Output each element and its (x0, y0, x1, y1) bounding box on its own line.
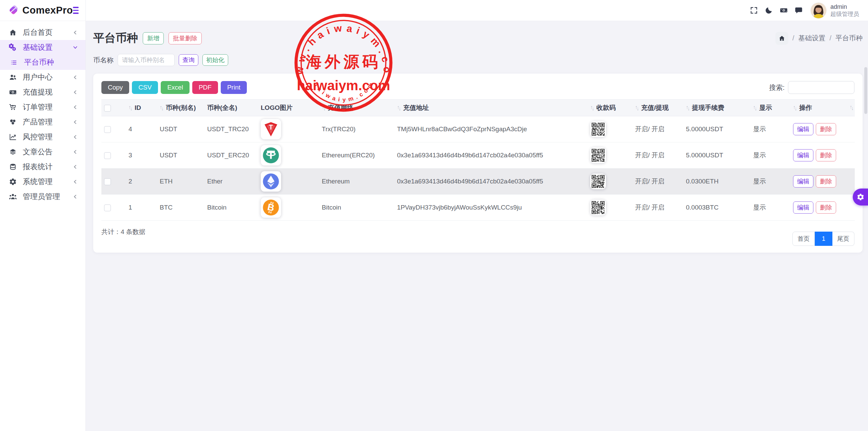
col-header-network[interactable]: ↑↓充值网络 (319, 100, 394, 116)
app-root: ComexPro 后台首页基础设置平台币种用户中心充值提现订单管理产品管理风控管… (0, 0, 868, 431)
users-icon (9, 73, 18, 82)
sidebar-item-label: 报表统计 (23, 162, 53, 172)
col-header-fee[interactable]: ↑↓提现手续费 (683, 100, 750, 116)
pagination: 首页 1 尾页 (792, 232, 854, 246)
col-header-address[interactable]: ↑↓充值地址 (394, 100, 588, 116)
moon-icon[interactable] (761, 6, 776, 15)
sidebar-item-用户中心[interactable]: 用户中心 (0, 70, 85, 85)
sort-icon[interactable]: ↑↓ (793, 105, 796, 111)
edit-button[interactable]: 编辑 (793, 149, 813, 161)
cubes-icon (9, 118, 18, 126)
chevron-left-icon (73, 149, 78, 155)
delete-button[interactable]: 删除 (816, 175, 836, 188)
export-print-button[interactable]: Print (221, 81, 247, 94)
sidebar-item-订单管理[interactable]: 订单管理 (0, 100, 85, 115)
edit-button[interactable]: 编辑 (793, 123, 813, 135)
export-excel-button[interactable]: Excel (161, 81, 189, 94)
reset-button[interactable]: 初始化 (202, 54, 228, 66)
cell-alias: USDT (157, 142, 204, 169)
edit-button[interactable]: 编辑 (793, 175, 813, 188)
sidebar-item-label: 用户中心 (23, 72, 53, 82)
user-meta[interactable]: admin 超级管理员 (830, 3, 862, 18)
cell-address: 0x3e1a693413d46d4b49b6d147cb02a4e030a05f… (394, 142, 588, 169)
cell-deposit-withdraw: 开启/ 开启 (632, 195, 683, 221)
export-csv-button[interactable]: CSV (132, 81, 158, 94)
cell-network: Trx(TRC20) (319, 116, 394, 142)
sidebar-item-平台币种[interactable]: 平台币种 (0, 55, 85, 70)
page-head: 平台币种 新增 批量删除 / 基础设置 / 平台币种 (93, 21, 863, 46)
cell-deposit-withdraw: 开启/ 开启 (632, 142, 683, 169)
sidebar-item-风控管理[interactable]: 风控管理 (0, 130, 85, 144)
sidebar-item-管理员管理[interactable]: 管理员管理 (0, 189, 85, 204)
coin-name-input[interactable] (118, 54, 175, 66)
export-pdf-button[interactable]: PDF (192, 81, 218, 94)
table-search: 搜索: (769, 81, 854, 94)
breadcrumb-separator: / (792, 34, 794, 42)
select-all-checkbox[interactable] (104, 105, 111, 112)
money-icon[interactable] (776, 6, 791, 15)
sidebar-item-充值提现[interactable]: 充值提现 (0, 85, 85, 100)
delete-button[interactable]: 删除 (816, 149, 836, 161)
sidebar-item-后台首页[interactable]: 后台首页 (0, 25, 85, 40)
sort-icon[interactable]: ↑↓ (397, 105, 400, 111)
sidebar-item-产品管理[interactable]: 产品管理 (0, 115, 85, 130)
delete-button[interactable]: 删除 (816, 201, 836, 214)
sort-icon[interactable]: ↑↓ (686, 105, 689, 111)
sort-icon[interactable]: ↑↓ (129, 105, 132, 111)
batch-delete-button[interactable]: 批量删除 (169, 32, 202, 44)
col-header-alias[interactable]: ↑↓币种(别名) (157, 100, 204, 116)
fullscreen-icon[interactable] (746, 6, 761, 15)
sort-icon[interactable]: ↑↓ (322, 105, 325, 111)
cell-display: 显示 (750, 195, 790, 221)
sidebar-item-基础设置[interactable]: 基础设置 (0, 40, 85, 55)
cell-network: Ethereum(ERC20) (319, 142, 394, 169)
sidebar-item-label: 订单管理 (23, 102, 53, 112)
money-icon (9, 88, 18, 97)
breadcrumb-home-icon[interactable] (775, 32, 788, 45)
pagination-last[interactable]: 尾页 (832, 232, 854, 246)
user-avatar[interactable] (811, 3, 826, 18)
card-toolbar: CopyCSVExcelPDFPrint 搜索: (101, 81, 854, 94)
delete-button[interactable]: 删除 (816, 123, 836, 135)
sort-icon[interactable]: ↑↓ (635, 105, 638, 111)
chevron-left-icon (73, 179, 78, 184)
cell-fee: 5.0000USDT (683, 142, 750, 169)
sort-icon[interactable]: ↑↓ (590, 105, 593, 111)
row-checkbox[interactable] (104, 178, 111, 185)
floating-settings-button[interactable] (853, 189, 868, 205)
sort-icon[interactable]: ↑↓ (753, 105, 756, 111)
scrollbar-thumb[interactable] (864, 67, 867, 114)
add-button[interactable]: 新增 (143, 32, 164, 44)
pagination-page-1[interactable]: 1 (815, 232, 832, 246)
query-button[interactable]: 查询 (179, 54, 198, 66)
cell-address: 1PVayDH373vjb6byjAWouSsKykWLCCs9ju (394, 195, 588, 221)
sort-icon[interactable]: ↑↓ (850, 104, 853, 110)
qr-code (590, 121, 606, 137)
cell-id: 2 (126, 169, 157, 195)
row-checkbox[interactable] (104, 204, 111, 211)
hamburger-menu-icon[interactable] (73, 5, 79, 16)
brand-logo-icon (7, 4, 20, 17)
chevron-left-icon (73, 90, 78, 95)
sort-icon[interactable]: ↑↓ (160, 105, 163, 111)
col-header-display[interactable]: ↑↓显示 (750, 100, 790, 116)
col-header-id[interactable]: ↑↓ID (126, 100, 157, 116)
table-search-input[interactable] (788, 81, 854, 94)
chat-icon[interactable] (791, 6, 806, 15)
pagination-first[interactable]: 首页 (792, 232, 815, 246)
row-checkbox[interactable] (104, 152, 111, 159)
sidebar-item-文章公告[interactable]: 文章公告 (0, 144, 85, 159)
breadcrumb-item-settings[interactable]: 基础设置 (798, 34, 825, 43)
col-header-check (101, 100, 126, 116)
col-header-logo: LOGO图片 (258, 100, 319, 116)
sidebar-item-报表统计[interactable]: 报表统计 (0, 159, 85, 174)
filter-label: 币名称 (93, 56, 114, 65)
sidebar-item-系统管理[interactable]: 系统管理 (0, 174, 85, 189)
col-header-depwd[interactable]: ↑↓充值/提现 (632, 100, 683, 116)
main-area: admin 超级管理员 平台币种 新增 批量删除 / 基础设置 / 平台币种 (86, 0, 868, 431)
edit-button[interactable]: 编辑 (793, 201, 813, 214)
row-checkbox[interactable] (104, 126, 111, 133)
export-copy-button[interactable]: Copy (101, 81, 129, 94)
col-header-actions[interactable]: ↑↓操作↑↓ (790, 100, 855, 116)
col-header-qr[interactable]: ↑↓收款码 (588, 100, 632, 116)
